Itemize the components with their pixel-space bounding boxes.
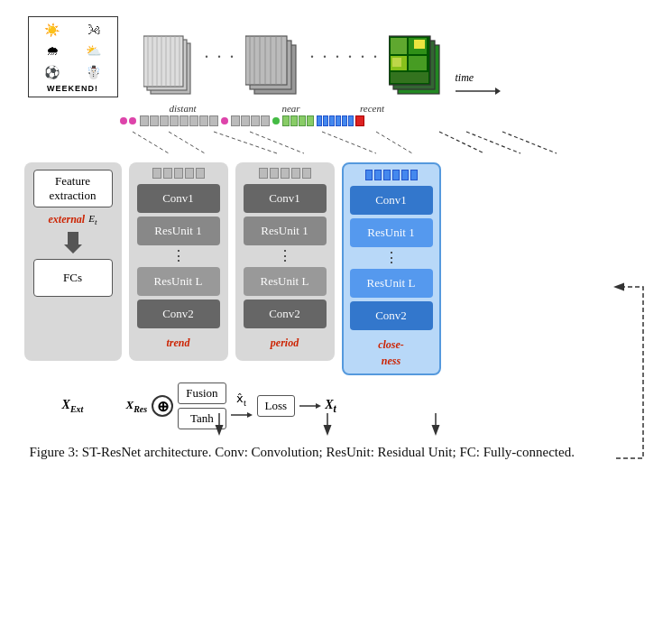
sun-icon: ☀️ (32, 21, 72, 40)
x-ext-container: XExt (24, 398, 122, 414)
period-resunit1: ResUnit 1 (244, 217, 327, 245)
dashed-connections-svg (24, 130, 651, 155)
trend-label: trend (166, 336, 189, 349)
rain-icon: 🌧 (32, 41, 72, 60)
trend-resunit-l: ResUnit L (137, 267, 220, 296)
right-arrow-small (231, 410, 253, 420)
soccer-icon: ⚽ (32, 63, 72, 82)
period-resunit-l: ResUnit L (244, 267, 327, 296)
svg-rect-30 (392, 58, 401, 67)
et-label: Et (88, 213, 97, 226)
svg-line-36 (250, 132, 304, 153)
closeness-resunit1: ResUnit 1 (350, 218, 433, 247)
dashed-lines-area (21, 130, 652, 159)
svg-line-40 (466, 132, 520, 153)
svg-marker-46 (316, 403, 321, 409)
period-label: period (271, 336, 299, 349)
loss-box: Loss (257, 395, 296, 417)
main-blocks-row: Featureextraction external Et FCs (21, 162, 652, 375)
dots-2: · · · · · · (310, 47, 380, 68)
figure-caption: Figure 3: ST-ResNet architecture. Conv: … (30, 442, 643, 463)
tanh-label: Tanh (190, 411, 214, 425)
plus-symbol: ⊕ (157, 398, 169, 415)
timeline-near-label: near (246, 103, 336, 114)
svg-rect-24 (391, 38, 407, 54)
closeness-resunit1-label: ResUnit 1 (367, 226, 414, 240)
x-t-group: Xt (299, 398, 336, 415)
trend-resunit-l-label: ResUnit L (154, 274, 203, 289)
wind-icon: 🌬 (74, 21, 114, 40)
loss-label: Loss (265, 399, 288, 412)
trend-resunit1: ResUnit 1 (137, 217, 220, 245)
trend-conv2: Conv2 (137, 300, 220, 328)
trend-column: Conv1 ResUnit 1 ⋮ ResUnit L Conv2 trend (129, 162, 228, 361)
fmap-stacks-period (245, 32, 301, 97)
period-conv2-label: Conv2 (269, 307, 300, 321)
timeline-bar (120, 115, 652, 126)
period-column: Conv1 ResUnit 1 ⋮ ResUnit L Conv2 period (235, 162, 335, 361)
fusion-label: Fusion (186, 386, 217, 400)
closeness-conv1: Conv1 (350, 186, 433, 215)
diagram-wrapper: ☀️ 🌬 🌧 ⛅ ⚽ ☃️ WEEKEND! (21, 16, 652, 429)
plus-circle: ⊕ (152, 395, 173, 417)
feature-extraction-box: Featureextraction (33, 170, 113, 207)
period-conv1: Conv1 (244, 184, 327, 213)
trend-resunit1-label: ResUnit 1 (154, 224, 201, 238)
closeness-conv2-label: Conv2 (375, 309, 407, 323)
fcs-box: FCs (33, 259, 113, 297)
right-arrow-xt (299, 401, 321, 411)
trend-vdots: ⋮ (171, 249, 186, 263)
down-arrow-feat (64, 232, 82, 253)
svg-line-33 (133, 132, 169, 153)
x-hat-label: x̂t (236, 392, 246, 408)
trend-conv1-label: Conv1 (162, 191, 194, 206)
fusion-tanh-group: Fusion Tanh (178, 383, 226, 429)
timeline-labels: distant near recent (21, 103, 652, 126)
input-sketch-box: ☀️ 🌬 🌧 ⛅ ⚽ ☃️ WEEKEND! (28, 16, 118, 97)
x-hat-group: x̂t (231, 392, 253, 420)
fmap-stack-2 (245, 32, 301, 97)
fusion-box: Fusion (178, 383, 226, 404)
external-label: external (49, 213, 86, 226)
fmap-stack-1 (143, 32, 196, 97)
fmap-stacks-recent (389, 32, 445, 97)
external-label-row: external Et (49, 213, 97, 226)
bottom-row: XExt XRes ⊕ Fusion Tanh x̂t (21, 383, 652, 429)
feature-extraction-block: Featureextraction external Et FCs (24, 162, 122, 361)
tanh-box: Tanh (178, 408, 226, 429)
svg-line-37 (322, 132, 376, 153)
svg-line-39 (439, 132, 484, 153)
cloud-icon: ⛅ (74, 41, 114, 60)
svg-rect-29 (414, 40, 425, 49)
closeness-column: Conv1 ResUnit 1 ⋮ ResUnit L Conv2 close-… (342, 162, 441, 375)
time-arrow-svg (456, 85, 501, 97)
svg-marker-32 (495, 88, 501, 95)
timeline-recent-label: recent (336, 103, 409, 114)
weekend-label: WEEKEND! (32, 84, 114, 93)
closeness-vdots: ⋮ (384, 251, 399, 265)
heatmap-stack (389, 32, 445, 97)
svg-line-34 (169, 132, 205, 153)
x-res-group: XRes (126, 398, 148, 414)
period-conv1-label: Conv1 (269, 191, 300, 206)
svg-rect-2 (143, 36, 183, 87)
x-ext-label: XExt (62, 398, 84, 414)
period-resunit1-label: ResUnit 1 (261, 224, 308, 238)
dots-1: · · · (205, 47, 236, 68)
timeline-distant-label: distant (120, 103, 246, 114)
svg-rect-27 (409, 56, 427, 70)
trend-conv2-label: Conv2 (162, 307, 194, 321)
period-vdots: ⋮ (278, 249, 292, 263)
svg-marker-42 (64, 232, 82, 253)
x-t-label: Xt (325, 398, 336, 415)
closeness-resunit-l: ResUnit L (350, 269, 433, 298)
closeness-resunit-l-label: ResUnit L (367, 276, 416, 290)
closeness-label: close-ness (378, 338, 404, 367)
svg-line-38 (376, 132, 412, 153)
period-resunit-l-label: ResUnit L (261, 274, 309, 289)
svg-rect-28 (391, 72, 428, 83)
trend-conv1: Conv1 (137, 184, 220, 213)
time-section: time (456, 71, 501, 97)
svg-line-41 (502, 132, 557, 153)
caption-text: Figure 3: ST-ResNet architecture. Conv: … (30, 445, 575, 459)
